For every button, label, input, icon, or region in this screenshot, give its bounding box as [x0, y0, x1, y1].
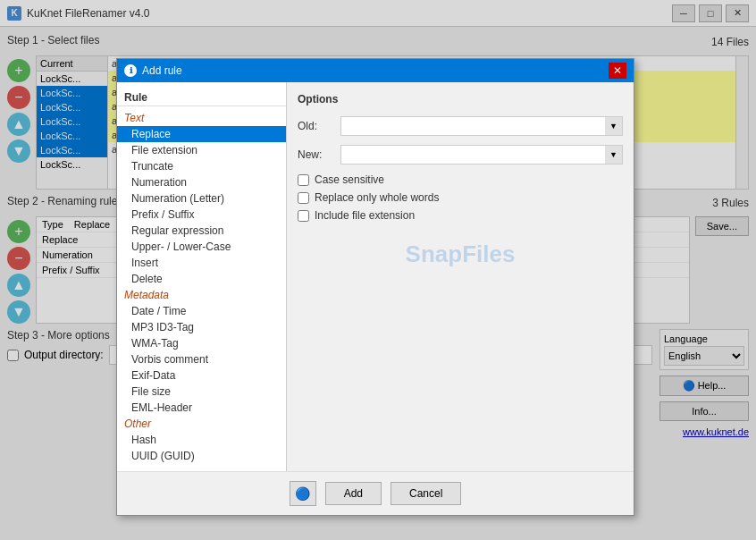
rule-item-delete[interactable]: Delete [117, 271, 286, 287]
new-input-group: ▼ [340, 145, 623, 165]
old-input-group: ▼ [340, 116, 623, 136]
case-sensitive-checkbox[interactable] [298, 174, 309, 186]
old-dropdown-button[interactable]: ▼ [605, 116, 623, 136]
old-input[interactable] [340, 116, 605, 136]
rule-panel-header: Rule [117, 89, 286, 106]
case-sensitive-label: Case sensitive [315, 173, 384, 186]
rule-item-case[interactable]: Upper- / Lower-Case [117, 239, 286, 255]
modal-close-button[interactable]: ✕ [609, 63, 626, 79]
options-header: Options [298, 93, 623, 105]
rule-list-panel: Rule Text Replace File extension Truncat… [117, 82, 287, 471]
rule-category-other: Other [117, 416, 286, 432]
case-sensitive-row: Case sensitive [298, 173, 623, 186]
modal-footer: 🔵 Add Cancel [117, 471, 634, 515]
modal-cancel-button[interactable]: Cancel [391, 482, 461, 505]
rule-item-file-extension[interactable]: File extension [117, 142, 286, 158]
rule-category-metadata: Metadata [117, 287, 286, 303]
rule-item-insert[interactable]: Insert [117, 255, 286, 271]
rule-item-regex[interactable]: Regular expression [117, 223, 286, 239]
rule-item-replace[interactable]: Replace [117, 126, 286, 142]
rule-item-exif[interactable]: Exif-Data [117, 367, 286, 384]
new-label: New: [298, 148, 333, 161]
whole-words-label: Replace only whole words [315, 191, 439, 204]
options-panel: Options Old: ▼ New: ▼ [287, 82, 634, 471]
old-label: Old: [298, 120, 333, 132]
whole-words-row: Replace only whole words [298, 191, 623, 204]
rule-item-eml[interactable]: EML-Header [117, 400, 286, 416]
rule-item-filesize[interactable]: File size [117, 384, 286, 400]
file-extension-row: Include file extension [298, 209, 623, 222]
rule-item-wma[interactable]: WMA-Tag [117, 335, 286, 351]
rule-item-uuid[interactable]: UUID (GUID) [117, 448, 286, 464]
rule-category-text: Text [117, 110, 286, 126]
rule-item-numeration-letter[interactable]: Numeration (Letter) [117, 190, 286, 207]
modal-overlay: ℹ Add rule ✕ Rule Text Replace File exte… [0, 0, 756, 540]
new-dropdown-button[interactable]: ▼ [605, 145, 623, 165]
add-rule-modal: ℹ Add rule ✕ Rule Text Replace File exte… [116, 58, 634, 516]
file-extension-label: Include file extension [315, 209, 415, 222]
watermark-text: SnapFiles [406, 240, 516, 268]
modal-body: Rule Text Replace File extension Truncat… [117, 82, 634, 471]
old-option-row: Old: ▼ [298, 116, 623, 136]
rule-item-datetime[interactable]: Date / Time [117, 303, 286, 319]
rule-item-prefix-suffix[interactable]: Prefix / Suffix [117, 207, 286, 223]
rule-item-truncate[interactable]: Truncate [117, 158, 286, 174]
new-input[interactable] [340, 145, 605, 165]
modal-title-bar: ℹ Add rule ✕ [117, 59, 634, 82]
modal-title: Add rule [142, 64, 609, 77]
new-option-row: New: ▼ [298, 145, 623, 165]
whole-words-checkbox[interactable] [298, 192, 309, 204]
rule-item-vorbis[interactable]: Vorbis comment [117, 351, 286, 367]
help-icon-button[interactable]: 🔵 [290, 481, 316, 506]
rule-item-mp3[interactable]: MP3 ID3-Tag [117, 319, 286, 335]
modal-icon: ℹ [124, 64, 137, 77]
rule-item-hash[interactable]: Hash [117, 432, 286, 448]
rule-item-numeration[interactable]: Numeration [117, 174, 286, 190]
file-extension-checkbox[interactable] [298, 210, 309, 222]
modal-add-button[interactable]: Add [325, 482, 382, 505]
watermark-area: SnapFiles [298, 227, 623, 281]
